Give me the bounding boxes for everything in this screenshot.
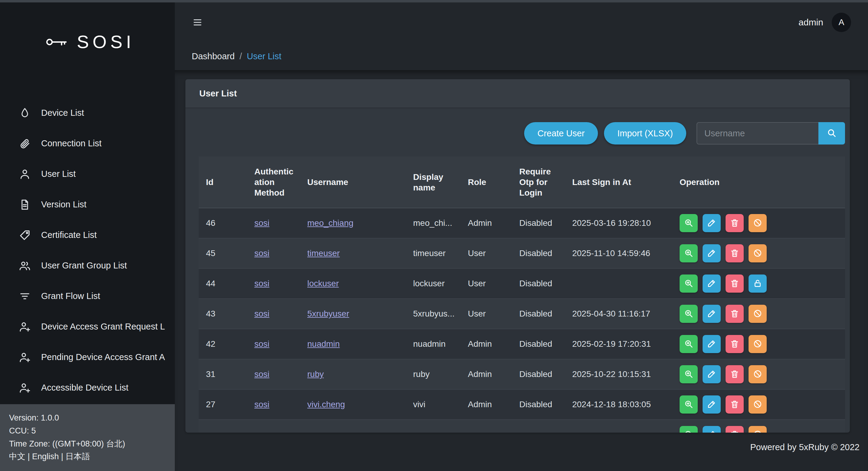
view-button[interactable]: [680, 244, 698, 262]
column-header-last-sign-in-at: Last Sign in At: [565, 157, 672, 208]
username-link[interactable]: meo_chiang: [307, 218, 353, 228]
user-table: IdAuthentication MethodUsernameDisplay n…: [199, 157, 845, 433]
logo[interactable]: SOSI: [0, 2, 175, 52]
sidebar-item-device-list[interactable]: Device List: [0, 98, 175, 128]
cell-role: [461, 419, 512, 433]
username-link[interactable]: nuadmin: [307, 339, 340, 349]
sidebar-item-certificate-list[interactable]: Certificate List: [0, 220, 175, 250]
import-xlsx-button[interactable]: Import (XLSX): [604, 122, 686, 145]
edit-button[interactable]: [703, 396, 721, 414]
sidebar-item-pending-device-access-grant-a[interactable]: Pending Device Access Grant A: [0, 342, 175, 372]
table-row: 31sosirubyrubyAdminDisabled2025-10-22 10…: [199, 359, 845, 389]
cell-operation: [672, 359, 845, 389]
table-row: 46sosimeo_chiangmeo_chi...AdminDisabled2…: [199, 208, 845, 238]
edit-button[interactable]: [703, 214, 721, 232]
droplet-icon: [19, 107, 31, 119]
view-button[interactable]: [680, 426, 698, 433]
cell-display-name: nuadmin: [406, 329, 461, 359]
paperclip-icon: [19, 137, 31, 150]
auth-method-link[interactable]: sosi: [254, 339, 270, 349]
ban-button[interactable]: [748, 244, 767, 262]
auth-method-link[interactable]: sosi: [254, 249, 270, 258]
search-button[interactable]: [818, 122, 845, 145]
ban-button[interactable]: [748, 396, 767, 414]
create-user-button[interactable]: Create User: [524, 122, 598, 145]
edit-button[interactable]: [703, 365, 721, 383]
person-icon: [19, 168, 31, 180]
ban-button[interactable]: [748, 426, 767, 433]
pencil-icon: [707, 309, 716, 319]
hamburger-menu-icon[interactable]: [192, 17, 203, 28]
delete-button[interactable]: [725, 335, 744, 353]
current-user-label[interactable]: admin: [799, 17, 823, 28]
trash-icon: [730, 369, 740, 380]
cell-id: 42: [199, 329, 247, 359]
edit-button[interactable]: [703, 305, 721, 323]
unlock-icon: [753, 278, 763, 289]
ban-button[interactable]: [748, 365, 767, 383]
ban-button[interactable]: [748, 335, 767, 353]
cell-display-name: 5xrubyus...: [406, 299, 461, 329]
cell-last-sign-in: 2025-10-22 10:15:31: [565, 359, 672, 389]
cell-last-sign-in: [565, 269, 672, 299]
username-link[interactable]: ruby: [307, 370, 323, 379]
auth-method-link[interactable]: sosi: [254, 370, 270, 379]
view-button[interactable]: [680, 305, 698, 323]
username-search-input[interactable]: [696, 122, 818, 145]
username-link[interactable]: vivi.cheng: [307, 400, 345, 409]
auth-method-link[interactable]: sosi: [254, 400, 270, 409]
edit-button[interactable]: [703, 275, 721, 293]
auth-method-link[interactable]: sosi: [254, 279, 270, 288]
sidebar-item-user-list[interactable]: User List: [0, 159, 175, 189]
edit-button[interactable]: [703, 244, 721, 262]
delete-button[interactable]: [725, 365, 744, 383]
auth-method-link[interactable]: sosi: [254, 218, 270, 228]
trash-icon: [730, 218, 740, 228]
username-link[interactable]: 5xrubyuser: [307, 309, 349, 318]
view-button[interactable]: [680, 275, 698, 293]
ban-button[interactable]: [748, 214, 767, 232]
cell-operation: [672, 389, 845, 419]
trash-icon: [730, 248, 740, 259]
delete-button[interactable]: [725, 214, 744, 232]
cell-auth-method: sosi: [247, 359, 300, 389]
sidebar-item-version-list[interactable]: Version List: [0, 189, 175, 220]
language-switcher[interactable]: 中文 | English | 日本語: [9, 450, 166, 463]
cell-username: vivi.cheng: [300, 389, 406, 419]
edit-button[interactable]: [703, 426, 721, 433]
document-icon: [19, 199, 31, 211]
breadcrumb-item-dashboard[interactable]: Dashboard: [192, 52, 235, 61]
powered-by-footer: Powered by 5xRuby © 2022: [175, 442, 868, 452]
delete-button[interactable]: [725, 244, 744, 262]
username-link[interactable]: timeuser: [307, 249, 340, 258]
view-button[interactable]: [680, 335, 698, 353]
column-header-require-otp-for-login: Require Otp for Login: [512, 157, 565, 208]
auth-method-link[interactable]: sosi: [254, 309, 270, 318]
table-row: 27sosivivi.chengviviAdminDisabled2024-12…: [199, 389, 845, 419]
view-button[interactable]: [680, 214, 698, 232]
cell-username: 5xrubyuser: [300, 299, 406, 329]
sidebar-item-connection-list[interactable]: Connection List: [0, 128, 175, 159]
delete-button[interactable]: [725, 305, 744, 323]
zoom-in-icon: [684, 399, 693, 410]
sidebar-item-accessible-device-list[interactable]: Accessible Device List: [0, 372, 175, 403]
ban-icon: [753, 430, 763, 433]
cell-id: 46: [199, 208, 247, 238]
view-button[interactable]: [680, 396, 698, 414]
delete-button[interactable]: [725, 396, 744, 414]
unlock-button[interactable]: [748, 275, 767, 293]
edit-button[interactable]: [703, 335, 721, 353]
sidebar-item-user-grant-group-list[interactable]: User Grant Group List: [0, 250, 175, 281]
avatar[interactable]: A: [832, 13, 851, 32]
sidebar-item-device-access-grant-request-l[interactable]: Device Access Grant Request L: [0, 311, 175, 342]
username-link[interactable]: lockuser: [307, 279, 339, 288]
sidebar-item-grant-flow-list[interactable]: Grant Flow List: [0, 281, 175, 311]
cell-id: 44: [199, 269, 247, 299]
ban-icon: [753, 399, 763, 410]
main-area: admin A Dashboard / User List User List …: [175, 2, 868, 471]
ban-button[interactable]: [748, 305, 767, 323]
delete-button[interactable]: [725, 426, 744, 433]
delete-button[interactable]: [725, 275, 744, 293]
column-header-id: Id: [199, 157, 247, 208]
view-button[interactable]: [680, 365, 698, 383]
